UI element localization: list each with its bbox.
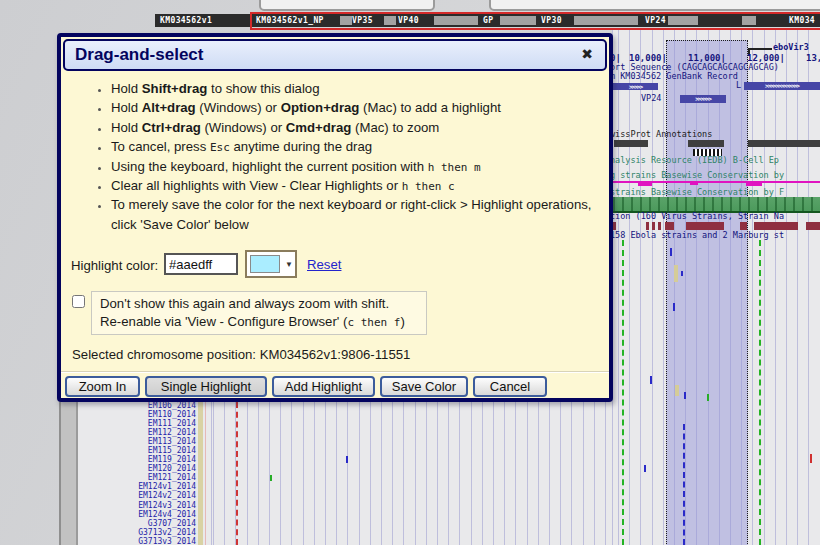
text-segment: Alt+drag [142,100,196,115]
left-scrollbar[interactable] [59,402,78,545]
add-highlight-button[interactable]: Add Highlight [272,376,375,397]
iedb-track-label: nalysis Resource (IEDB) B-Cell Ep [610,156,779,165]
vp24-gene-label: VP24 [641,94,661,103]
swissprot-track-label: wissProt Annotations [610,130,712,139]
drag-highlight-region[interactable] [666,40,748,545]
strain-label: EM110_2014 [78,410,196,419]
variant-tick-tan [674,265,678,282]
gene-label[interactable]: VP40 [398,16,419,25]
dialog-titlebar[interactable]: Drag-and-select ✖ [63,39,607,71]
text-segment: Hold [111,81,142,96]
strain-label: EM113_2014 [78,437,196,446]
vp24-gene-bar[interactable]: >>>>>> [680,95,726,103]
zoom-in-button[interactable]: Zoom In [65,376,140,397]
instruction-item: Hold Ctrl+drag (Windows) or Cmd+drag (Ma… [111,118,601,137]
strain-tan-column [198,402,203,545]
gene-l-label: L [736,81,741,90]
single-highlight-button[interactable]: Single Highlight [145,376,267,397]
gene-gap-chip [434,16,478,25]
gene-label[interactable]: VP30 [541,16,562,25]
gene-label[interactable]: KM034562v1_NP [256,16,324,25]
mono-key: c then f [347,316,400,329]
strain-label: EM115_2014 [78,446,196,455]
selected-position-text: Selected chromosome position: KM034562v1… [72,347,410,362]
gene-gap-chip [384,16,396,25]
text-segment: (Windows) or [196,100,281,115]
strain-label: EM124v4_2014 [78,510,196,519]
conservation2-track-label: strains Basewise Conservation by F [610,188,784,197]
assembly-label: eboVir3 [773,43,809,52]
highlight-color-label: Highlight color: [71,258,158,273]
swissprot-bar [688,140,724,147]
strain-pink-line [205,402,206,545]
text-segment: Option+drag [281,100,360,115]
gene-label[interactable]: KM034 [789,16,815,25]
genbank-gene-bar-right[interactable]: >>>>>>>>>>>>> [744,82,820,90]
color-swatch [250,255,280,273]
text-segment: anytime during the drag [230,139,372,154]
green-dashed-guide-line [622,240,624,545]
cancel-button[interactable]: Cancel [473,376,547,397]
genbank-gene-bar-left[interactable]: >>>>> [613,83,658,90]
gene-gap-chip [742,16,756,25]
instruction-item: To merely save the color for the next ke… [111,195,601,234]
gene-label[interactable]: VP35 [352,16,373,25]
instruction-item: Clear all highlights with View - Clear H… [111,176,601,195]
variant-tick-tan [675,385,679,396]
drag-and-select-dialog: Drag-and-select ✖ Hold Shift+drag to sho… [57,33,613,402]
strain-variation-bar [658,222,661,230]
dont-show-checkbox[interactable] [72,295,85,308]
conservation-dip [638,183,652,186]
swissprot-bar [614,140,648,147]
variant-tick-green [270,475,272,481]
instruction-item: Hold Shift+drag to show this dialog [111,79,601,98]
selection-frame-bottom [250,28,820,30]
strain-variation-bar [652,222,655,230]
top-widget-right [489,0,820,11]
variant-tick-green [707,394,709,401]
highlight-color-input[interactable] [164,253,238,275]
strain-label: G3713v2_2014 [78,528,196,537]
strain-label: EM124v3_2014 [78,501,196,510]
strain-variation-bar [806,222,820,230]
text-segment: Hold [111,120,142,135]
gene-label[interactable]: VP24 [645,16,666,25]
strain-label: EM111_2014 [78,419,196,428]
ruler-tick: 13,000| [806,53,820,63]
mono-key: h then c [402,180,455,193]
swissprot-bar [748,140,820,147]
gene-label[interactable]: KM034562v1 [160,16,212,25]
variant-tick-blue [650,376,652,384]
gene-gap-chip [668,16,698,25]
dialog-title: Drag-and-select [75,45,203,65]
conservation-dip [746,183,762,186]
reset-link[interactable]: Reset [307,257,341,272]
strain-label: EM124v1_2014 [78,482,196,491]
dont-show-text-box: Don't show this again and always zoom wi… [91,291,427,335]
strain-label: G3713v3_2014 [78,537,196,545]
variant-tick-blue [670,248,672,256]
gene-gap-chip [500,16,536,25]
variant-tick-blue [644,465,646,472]
instruction-list: Hold Shift+drag to show this dialogHold … [95,79,601,234]
red-dashed-guide-line [236,402,238,545]
close-icon[interactable]: ✖ [581,46,593,62]
footer-divider [61,371,609,373]
strain-label: G3707_2014 [78,519,196,528]
save-color-button[interactable]: Save Color [380,376,468,397]
text-segment: (Mac) to zoom [351,120,439,135]
mono-key: h then m [428,161,481,174]
variant-tick-blue [681,271,683,276]
text-segment: ) [400,314,404,329]
strain-label: EM121_2014 [78,473,196,482]
gene-label[interactable]: GP [483,16,493,25]
text-segment: Shift+drag [142,81,208,96]
gene-gap-chip [340,16,352,25]
selection-frame-left [250,12,252,29]
color-picker-dropdown[interactable]: ▼ [245,250,297,278]
strains160-track-label: tion (160 Virus Strains, Strain Na [610,212,784,221]
strain-label: EM120_2014 [78,464,196,473]
gene-annotation-track: KM034562v1KM034562v1_NPVP35VP40GPVP30VP2… [155,14,820,27]
strain-label-column: EM106_2014EM110_2014EM111_2014EM112_2014… [78,401,196,545]
instruction-item: To cancel, press Esc anytime during the … [111,137,601,156]
